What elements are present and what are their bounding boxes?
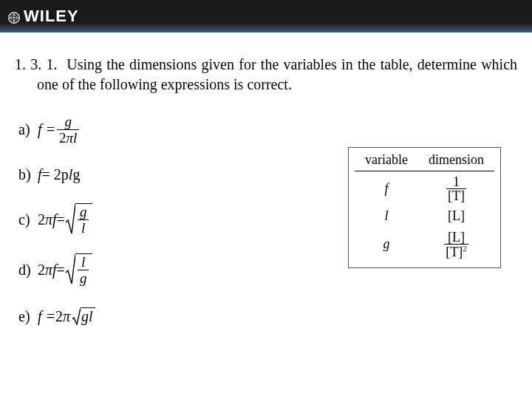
dimension-table: variable dimension f 1 [T] l [L] g	[348, 147, 501, 268]
denominator: 2πl	[57, 130, 79, 146]
dim-l: [L]	[418, 205, 494, 227]
sqrt: g l	[65, 203, 93, 236]
table-header-row: variable dimension	[355, 151, 494, 171]
option-label: d)	[18, 262, 38, 279]
fraction: g l	[78, 204, 89, 236]
header-dimension: dimension	[418, 151, 494, 171]
lhs: f =	[38, 121, 55, 138]
question-text: 1. 3. 1. Using the dimensions given for …	[15, 55, 517, 95]
radical-icon	[65, 253, 75, 284]
table-row: f 1 [T]	[355, 171, 494, 206]
option-a-formula: f = g 2πl	[38, 114, 81, 146]
option-label: b)	[18, 166, 38, 183]
header-variable: variable	[355, 151, 418, 171]
question-number: 1. 3. 1.	[15, 56, 58, 72]
option-b-formula: f = 2plg	[38, 166, 80, 183]
numerator: g	[62, 114, 74, 129]
option-c-formula: 2πf = g l	[38, 203, 92, 236]
sqrt: l g	[65, 253, 93, 286]
var-g: g	[355, 227, 418, 262]
fraction: g 2πl	[57, 114, 79, 146]
header-bar: WILEY	[0, 0, 532, 33]
wiley-logo: WILEY	[7, 7, 79, 26]
radical-icon	[72, 307, 81, 325]
content-area: 1. 3. 1. Using the dimensions given for …	[0, 33, 532, 329]
var-l: l	[355, 205, 418, 227]
wiley-logo-icon	[7, 10, 21, 23]
option-e: e) f = 2π gl	[18, 304, 517, 329]
table-row: l [L]	[355, 205, 494, 227]
option-label: c)	[18, 211, 38, 228]
table-row: g [L] [T]2	[355, 227, 494, 262]
dim-f: 1 [T]	[418, 171, 494, 206]
radicand: g l	[75, 203, 93, 236]
option-d-formula: 2πf = l g	[38, 253, 92, 286]
brand-text: WILEY	[24, 7, 79, 26]
option-label: a)	[18, 121, 38, 138]
radicand: gl	[81, 307, 95, 325]
option-label: e)	[18, 308, 38, 325]
var-f: f	[355, 171, 418, 206]
option-e-formula: f = 2π gl	[38, 307, 95, 325]
dim-g: [L] [T]2	[418, 227, 494, 262]
option-a: a) f = g 2πl	[18, 114, 517, 146]
fraction: l g	[78, 254, 89, 286]
radical-icon	[65, 203, 75, 234]
question-body: Using the dimensions given for the varia…	[37, 56, 517, 92]
sqrt: gl	[72, 307, 95, 325]
radicand: l g	[75, 253, 93, 286]
